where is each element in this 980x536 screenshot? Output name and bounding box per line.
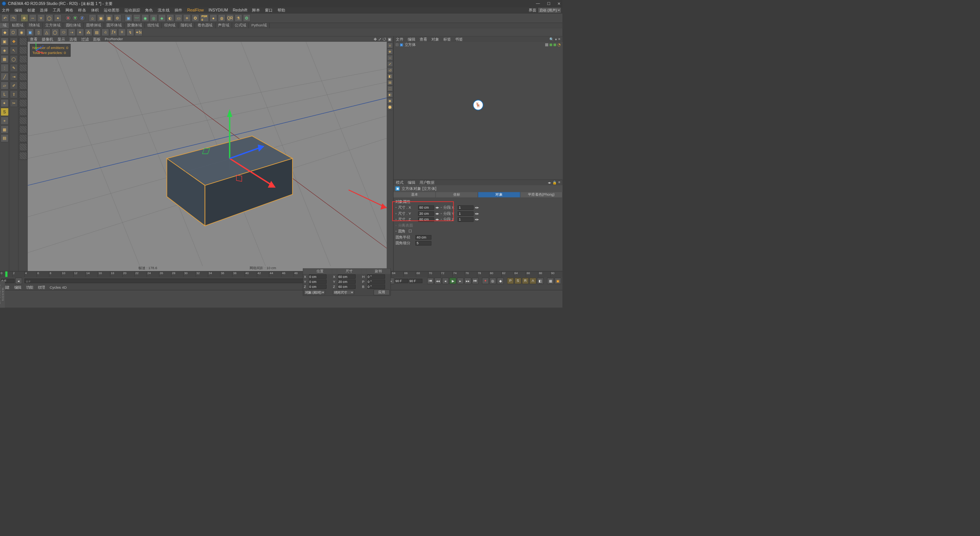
- field-btn-16[interactable]: ↯: [127, 28, 134, 36]
- swatch-9[interactable]: [19, 108, 27, 116]
- field-btn-1[interactable]: ◆: [1, 28, 9, 36]
- field-tab-0[interactable]: 域: [0, 23, 9, 28]
- prev-frame-button[interactable]: ◂: [442, 278, 449, 284]
- minimize-button[interactable]: —: [536, 1, 540, 6]
- coord-size-mode-select[interactable]: 绝对尺寸: [333, 290, 354, 295]
- viewport-solo[interactable]: S: [0, 108, 8, 116]
- key-pla-button[interactable]: ◧: [537, 278, 544, 284]
- edge-mode[interactable]: ╱: [0, 73, 8, 81]
- locked-workplane[interactable]: ▤: [0, 134, 8, 142]
- goto-start-button[interactable]: ⏮: [427, 278, 434, 284]
- vp-tool-2[interactable]: ✥: [387, 49, 393, 54]
- vp-tool-10[interactable]: ◉: [387, 98, 393, 104]
- field-btn-3[interactable]: ◉: [18, 28, 26, 36]
- field-btn-9[interactable]: ⇢: [68, 28, 76, 36]
- size-Z[interactable]: [338, 284, 356, 289]
- seg-input-2[interactable]: [458, 217, 474, 221]
- menu-脚本[interactable]: 脚本: [252, 8, 260, 13]
- vp-tool-9[interactable]: ◐: [387, 92, 393, 98]
- menu-选择[interactable]: 选择: [40, 8, 48, 13]
- next-frame-button[interactable]: ▸: [457, 278, 464, 284]
- seg-input-0[interactable]: [458, 205, 474, 209]
- key-a-button[interactable]: A: [529, 278, 536, 284]
- key-r-button[interactable]: R: [522, 278, 529, 284]
- obj-menu-文件[interactable]: 文件: [396, 37, 403, 42]
- live-select-tool[interactable]: ✥: [21, 14, 28, 22]
- menu-样条[interactable]: 样条: [78, 8, 86, 13]
- coord-apply-button[interactable]: 应用: [374, 290, 389, 295]
- mat-menu-Cycles 4D[interactable]: Cycles 4D: [50, 285, 67, 289]
- swatch-3[interactable]: [19, 55, 27, 63]
- vp-corner-1[interactable]: ✥: [374, 37, 377, 41]
- add-nurbs-button[interactable]: ◉: [142, 14, 149, 22]
- vp-tool-5[interactable]: ⭯: [387, 67, 393, 73]
- mat-menu-纹理[interactable]: 纹理: [38, 285, 46, 290]
- plugin-button-1[interactable]: ●: [210, 14, 217, 22]
- move-gizmo[interactable]: ✥: [10, 38, 18, 46]
- field-tab-13[interactable]: 公式域: [232, 23, 249, 28]
- model-mode[interactable]: ▣: [0, 38, 8, 46]
- visibility-render[interactable]: [554, 43, 556, 46]
- object-manager[interactable]: ⊟ ▣ 立方体 ◔ 🦌: [394, 42, 562, 180]
- obj-search-icon[interactable]: 🔍: [549, 37, 554, 41]
- phong-tag-icon[interactable]: ◔: [557, 42, 561, 47]
- size-input-0[interactable]: [418, 205, 434, 209]
- layout-select[interactable]: 启动 (用户): [538, 8, 561, 12]
- field-tab-8[interactable]: 线性域: [145, 23, 162, 28]
- help-hint-button[interactable]: ▣: [555, 278, 561, 284]
- field-tab-10[interactable]: 随机域: [178, 23, 195, 28]
- vp-menu-查看[interactable]: 查看: [30, 37, 38, 42]
- maximize-button[interactable]: ☐: [547, 1, 550, 6]
- play-button[interactable]: ▶: [449, 278, 456, 284]
- move-tool[interactable]: ↔: [29, 14, 37, 22]
- add-deformer-button[interactable]: ◈: [158, 14, 166, 22]
- add-light-button[interactable]: ☀: [183, 14, 191, 22]
- field-btn-17[interactable]: ✦fx: [135, 28, 142, 36]
- record-button[interactable]: ●: [482, 278, 488, 284]
- obj-menu-查看[interactable]: 查看: [420, 37, 427, 42]
- obj-menu-书签[interactable]: 书签: [455, 37, 463, 42]
- add-environment-button[interactable]: ◐: [167, 14, 174, 22]
- attr-tab-3[interactable]: 平滑着色(Phong): [520, 192, 562, 198]
- mat-menu-功能[interactable]: 功能: [26, 285, 34, 290]
- menu-角色[interactable]: 角色: [145, 8, 153, 13]
- coord-mode-select[interactable]: 对象 (相对): [304, 290, 325, 295]
- swatch-12[interactable]: [19, 134, 27, 142]
- vp-tool-8[interactable]: ⬚: [387, 86, 393, 92]
- pos-X[interactable]: [309, 275, 327, 279]
- menu-工具[interactable]: 工具: [53, 8, 61, 13]
- poly-pen[interactable]: ✐: [10, 82, 18, 90]
- attr-menu-编辑[interactable]: 编辑: [408, 180, 415, 185]
- mat-menu-编辑[interactable]: 编辑: [14, 285, 22, 290]
- field-btn-4[interactable]: ▣: [26, 28, 34, 36]
- field-tab-9[interactable]: 径向域: [162, 23, 178, 28]
- menu-编辑[interactable]: 编辑: [15, 8, 23, 13]
- vp-corner-2[interactable]: ⤢: [378, 37, 381, 41]
- vp-menu-选项[interactable]: 选项: [69, 37, 77, 42]
- range-end-input[interactable]: [409, 279, 422, 283]
- timeline[interactable]: 0246810121416182022242628303234363840424…: [0, 271, 562, 277]
- vp-menu-显示[interactable]: 显示: [57, 37, 65, 42]
- field-tab-2[interactable]: 球体域: [26, 23, 43, 28]
- menu-INSYDIUM[interactable]: INSYDIUM: [209, 8, 228, 12]
- field-btn-5[interactable]: ▯: [35, 28, 42, 36]
- select-arrow[interactable]: ↖: [10, 46, 18, 54]
- object-name[interactable]: 立方体: [405, 42, 416, 47]
- menu-网格[interactable]: 网格: [65, 8, 74, 13]
- swatch-8[interactable]: [19, 99, 27, 107]
- render-view-button[interactable]: ▣: [97, 14, 105, 22]
- vp-tool-4[interactable]: ⤢: [387, 61, 393, 67]
- menu-Redshift[interactable]: Redshift: [233, 8, 247, 12]
- plugin-button-4[interactable]: ❂: [243, 14, 251, 22]
- vp-tool-7[interactable]: ▤: [387, 80, 393, 85]
- menu-运动图形[interactable]: 运动图形: [104, 8, 119, 13]
- knife-tool[interactable]: ✂: [10, 99, 18, 107]
- swatch-10[interactable]: [19, 117, 27, 125]
- field-btn-8[interactable]: ⬭: [60, 28, 67, 36]
- vp-tool-1[interactable]: ≡: [387, 42, 393, 48]
- fillet-checkbox-row[interactable]: ◦圆角☐: [395, 228, 561, 234]
- extrude-tool[interactable]: ⇪: [10, 90, 18, 98]
- autokey-button[interactable]: ◎: [490, 278, 496, 284]
- swatch-14[interactable]: [19, 152, 27, 160]
- key-s-button[interactable]: S: [514, 278, 521, 284]
